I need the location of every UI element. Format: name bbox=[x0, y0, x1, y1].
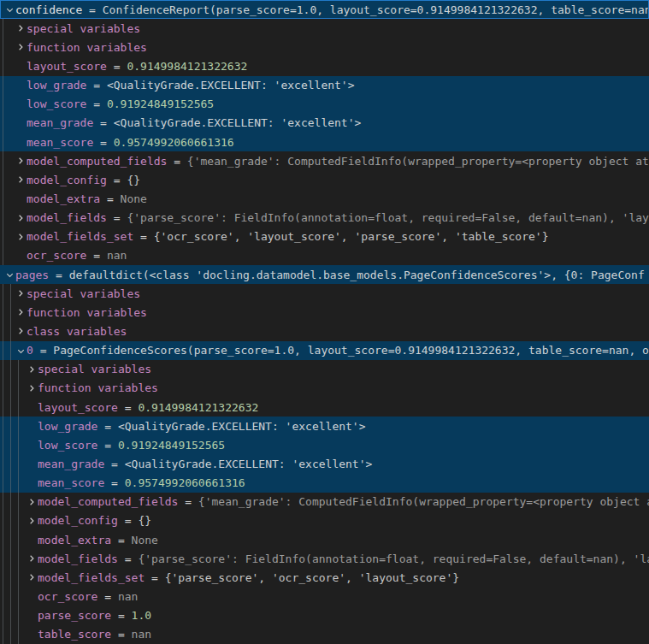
chevron-right-icon[interactable] bbox=[27, 496, 38, 508]
variable-row[interactable]: model_extra = None bbox=[0, 530, 649, 549]
chevron-down-icon[interactable] bbox=[4, 3, 15, 15]
indent-guide bbox=[10, 435, 11, 454]
chevron-right-icon[interactable] bbox=[15, 325, 27, 337]
variable-name: low_grade bbox=[27, 79, 86, 92]
indent-guide bbox=[3, 549, 3, 568]
variable-value: ConfidenceReport(parse_score=1.0, layout… bbox=[103, 3, 649, 16]
variable-row[interactable]: model_computed_fields = {'mean_grade': C… bbox=[0, 151, 649, 170]
variable-row[interactable]: model_fields_set = {'parse_score', 'ocr_… bbox=[0, 568, 649, 587]
variable-name: pages bbox=[15, 269, 49, 281]
variable-value: nan bbox=[107, 249, 127, 262]
variable-name: model_fields_set bbox=[27, 230, 133, 243]
indent-guide bbox=[18, 530, 19, 549]
variable-row[interactable]: low_score = 0.91924849152565 bbox=[0, 95, 649, 114]
group-row[interactable]: special variables bbox=[0, 360, 649, 379]
variable-value: <QualityGrade.EXCELLENT: 'excellent'> bbox=[125, 458, 373, 470]
variable-row[interactable]: layout_score = 0.9149984121322632 bbox=[0, 398, 649, 417]
variable-row[interactable]: ocr_score = nan bbox=[0, 246, 649, 265]
indent-guide bbox=[18, 474, 19, 493]
group-row[interactable]: class variables bbox=[0, 322, 649, 340]
indent-guide bbox=[3, 114, 3, 133]
variable-row[interactable]: 0 = PageConfidenceScores(parse_score=1.0… bbox=[0, 341, 649, 360]
variable-row[interactable]: model_config = {} bbox=[0, 511, 649, 530]
indent-guide bbox=[10, 549, 11, 568]
chevron-right-icon[interactable] bbox=[27, 363, 38, 375]
variable-row[interactable]: confidence = ConfidenceReport(parse_scor… bbox=[0, 0, 649, 19]
chevron-right-icon[interactable] bbox=[15, 155, 27, 167]
variable-row[interactable]: low_grade = <QualityGrade.EXCELLENT: 'ex… bbox=[0, 417, 649, 435]
debug-variables-panel: confidence = ConfidenceReport(parse_scor… bbox=[0, 0, 649, 644]
variable-row[interactable]: layout_score = 0.9149984121322632 bbox=[0, 56, 649, 75]
variable-value: {'parse_score': FieldInfo(annotation=flo… bbox=[127, 211, 649, 224]
variable-row[interactable]: low_score = 0.91924849152565 bbox=[0, 435, 649, 454]
indent-guide bbox=[18, 360, 19, 379]
variable-row[interactable]: mean_grade = <QualityGrade.EXCELLENT: 'e… bbox=[0, 454, 649, 473]
variable-row[interactable]: table_score = nan bbox=[0, 625, 649, 644]
variable-name: model_config bbox=[38, 514, 118, 527]
variable-row[interactable]: mean_score = 0.9574992060661316 bbox=[0, 133, 649, 151]
chevron-right-icon[interactable] bbox=[27, 515, 38, 527]
indent-guide bbox=[10, 303, 11, 322]
variable-value: None bbox=[132, 534, 158, 547]
variable-name: table_score bbox=[38, 628, 111, 641]
group-row[interactable]: function variables bbox=[0, 379, 649, 398]
chevron-down-icon[interactable] bbox=[4, 269, 15, 281]
chevron-right-icon[interactable] bbox=[15, 231, 27, 243]
variable-name: mean_grade bbox=[38, 458, 104, 470]
group-row[interactable]: function variables bbox=[0, 38, 649, 56]
indent-guide bbox=[3, 170, 3, 189]
indent-guide bbox=[3, 530, 3, 549]
indent-guide bbox=[3, 474, 3, 493]
equals-sign: = bbox=[118, 401, 138, 414]
variable-row[interactable]: model_fields = {'parse_score': FieldInfo… bbox=[0, 209, 649, 227]
equals-sign: = bbox=[145, 571, 164, 584]
variable-row[interactable]: model_fields_set = {'ocr_score', 'layout… bbox=[0, 227, 649, 246]
equals-sign: = bbox=[111, 628, 131, 641]
chevron-right-icon[interactable] bbox=[15, 22, 27, 34]
variable-name: model_extra bbox=[27, 192, 100, 205]
chevron-right-icon[interactable] bbox=[15, 287, 27, 299]
chevron-right-icon[interactable] bbox=[15, 174, 27, 186]
group-row[interactable]: function variables bbox=[0, 303, 649, 322]
variable-row[interactable]: model_config = {} bbox=[0, 170, 649, 189]
variable-name: confidence bbox=[15, 3, 82, 16]
chevron-right-icon[interactable] bbox=[15, 41, 27, 53]
chevron-down-icon[interactable] bbox=[15, 345, 27, 357]
variable-row[interactable]: parse_score = 1.0 bbox=[0, 606, 649, 625]
variable-value: <QualityGrade.EXCELLENT: 'excellent'> bbox=[107, 79, 355, 92]
variable-value: 0.9574992060661316 bbox=[114, 136, 234, 149]
chevron-right-icon[interactable] bbox=[27, 571, 38, 583]
variable-row[interactable]: mean_grade = <QualityGrade.EXCELLENT: 'e… bbox=[0, 114, 649, 133]
group-row[interactable]: special variables bbox=[0, 284, 649, 303]
variable-row[interactable]: pages = defaultdict(<class 'docling.data… bbox=[0, 265, 649, 284]
equals-sign: = bbox=[97, 420, 117, 433]
group-label: class variables bbox=[27, 325, 127, 338]
variable-row[interactable]: low_grade = <QualityGrade.EXCELLENT: 'ex… bbox=[0, 76, 649, 95]
variable-name: mean_score bbox=[38, 476, 104, 489]
indent-guide bbox=[18, 379, 19, 398]
variable-name: model_fields bbox=[38, 552, 118, 565]
indent-guide bbox=[10, 379, 11, 398]
variable-name: model_computed_fields bbox=[38, 495, 178, 508]
chevron-right-icon[interactable] bbox=[27, 382, 38, 394]
variable-row[interactable]: mean_score = 0.9574992060661316 bbox=[0, 474, 649, 493]
variable-row[interactable]: model_computed_fields = {'mean_grade': C… bbox=[0, 493, 649, 511]
chevron-right-icon[interactable] bbox=[27, 552, 38, 564]
chevron-right-icon[interactable] bbox=[15, 212, 27, 224]
chevron-right-icon[interactable] bbox=[15, 306, 27, 318]
indent-guide bbox=[3, 417, 3, 435]
variable-row[interactable]: model_fields = {'parse_score': FieldInfo… bbox=[0, 549, 649, 568]
group-row[interactable]: special variables bbox=[0, 19, 649, 38]
equals-sign: = bbox=[93, 116, 113, 129]
equals-sign: = bbox=[86, 249, 106, 262]
equals-sign: = bbox=[33, 344, 53, 357]
variable-row[interactable]: model_extra = None bbox=[0, 189, 649, 208]
indent-guide bbox=[18, 625, 19, 644]
equals-sign: = bbox=[111, 534, 131, 547]
variable-value: {} bbox=[138, 514, 151, 527]
variable-value: None bbox=[121, 192, 147, 205]
variable-value: <QualityGrade.EXCELLENT: 'excellent'> bbox=[118, 420, 366, 433]
variable-row[interactable]: ocr_score = nan bbox=[0, 587, 649, 606]
equals-sign: = bbox=[86, 97, 106, 110]
indent-guide bbox=[3, 303, 3, 322]
